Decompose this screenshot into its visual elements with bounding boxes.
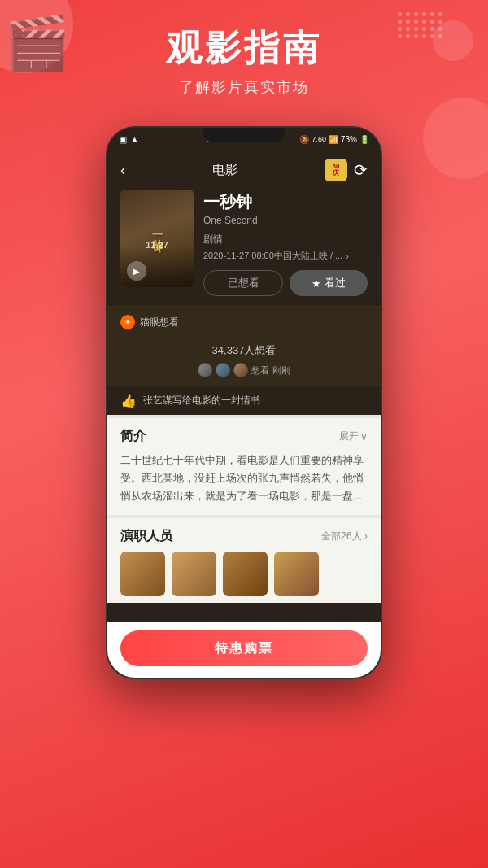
expand-button[interactable]: 展开 ∨ — [339, 430, 368, 443]
app-content: ‹ 电影 50 庆 ⟳ 一秒钟 11.27 — [107, 150, 381, 678]
bell-icon: 🔕 — [299, 135, 309, 144]
movie-title-cn: 一秒钟 — [203, 191, 368, 213]
arrow-icon: › — [346, 251, 349, 261]
status-sim-icon: ▣ — [119, 134, 127, 145]
expand-label: 展开 — [339, 430, 359, 443]
movie-title-en: One Second — [203, 215, 368, 226]
poster-title: 一秒钟 — [150, 228, 164, 235]
thumb-text: 张艺谋写给电影的一封情书 — [143, 394, 260, 408]
battery-icon: 🔋 — [359, 135, 369, 144]
cast-image-2 — [172, 552, 216, 596]
cast-thumbnails — [120, 552, 368, 596]
header-subtitle: 了解影片真实市场 — [0, 77, 488, 97]
maoyan-header: 👁 猫眼想看 — [120, 315, 368, 329]
description-section: 简介 展开 ∨ 二十世纪七十年代中期，看电影是人们重要的精神享受。西北某地，没赶… — [107, 415, 381, 515]
cast-thumb-3 — [223, 552, 268, 596]
movie-genre: 剧情 — [203, 233, 368, 246]
avatar-3 — [233, 363, 248, 377]
thumb-section: 👍 张艺谋写给电影的一封情书 — [107, 386, 381, 415]
movie-actions: 已想看 ★ 看过 — [203, 270, 368, 296]
cast-thumb-2 — [172, 552, 216, 596]
anniversary-badge: 50 庆 — [325, 159, 347, 181]
watched-button[interactable]: ★ 看过 — [290, 270, 368, 296]
cast-header: 演职人员 全部26人 › — [120, 528, 368, 545]
avatar-1 — [198, 363, 212, 377]
maoyan-eye-icon: 👁 — [124, 319, 131, 326]
header-area: 观影指南 了解影片真实市场 — [0, 24, 488, 97]
nav-actions: 50 庆 ⟳ — [325, 159, 368, 181]
maoyan-label: 猫眼想看 — [140, 316, 179, 329]
badge-sub: 庆 — [333, 170, 340, 177]
buy-ticket-button[interactable]: 特惠购票 — [120, 630, 368, 666]
cast-image-1 — [120, 552, 165, 596]
want-to-see-button[interactable]: 已想看 — [203, 270, 283, 296]
header-title: 观影指南 — [0, 24, 488, 72]
cast-image-3 — [223, 552, 268, 596]
bg-decoration-circle-right — [423, 98, 488, 179]
cast-title: 演职人员 — [120, 528, 172, 545]
movie-date-row: 2020-11-27 08:00中国大陆上映 / ... › — [203, 250, 368, 262]
cast-all-link[interactable]: 全部26人 › — [321, 530, 368, 543]
want-time: 刚刚 — [272, 364, 290, 377]
movie-date-text: 2020-11-27 08:00中国大陆上映 / ... — [203, 250, 342, 262]
buy-ticket-bar: 特惠购票 — [107, 622, 381, 678]
cast-image-4 — [274, 552, 319, 596]
cast-section: 演职人员 全部26人 › — [107, 515, 381, 603]
cast-thumb-4 — [274, 552, 319, 596]
status-left: ▣ ▲ — [119, 134, 139, 145]
want-label: 想看 — [251, 364, 269, 377]
want-avatars: 想看 刚刚 — [120, 363, 368, 377]
movie-details: 一秒钟 One Second 剧情 2020-11-27 08:00中国大陆上映… — [203, 190, 368, 296]
want-count: 34,337人想看 — [120, 334, 368, 360]
share-button[interactable]: ⟳ — [354, 160, 368, 180]
chevron-down-icon: ∨ — [360, 431, 368, 443]
play-button[interactable]: ▶ — [127, 261, 146, 281]
battery-level: 73% — [341, 135, 357, 144]
back-button[interactable]: ‹ — [120, 162, 125, 179]
desc-title: 简介 — [120, 428, 146, 445]
thumb-up-icon: 👍 — [120, 393, 137, 408]
status-right: 🔕 7.60 📶 73% 🔋 — [299, 135, 369, 144]
maoyan-section: 👁 猫眼想看 34,337人想看 想看 刚刚 — [107, 306, 381, 386]
avatar-2 — [216, 363, 230, 377]
movie-info: 一秒钟 11.27 ▶ 一秒钟 One Second 剧情 2020-11-27… — [107, 190, 381, 306]
phone-notch — [203, 128, 285, 142]
speed-indicator: 7.60 — [312, 135, 326, 143]
desc-header: 简介 展开 ∨ — [120, 428, 368, 445]
maoyan-logo: 👁 — [120, 315, 135, 329]
desc-text: 二十世纪七十年代中期，看电影是人们重要的精神享受。西北某地，没赶上场次的张九声悄… — [120, 451, 368, 505]
nav-title: 电影 — [212, 162, 238, 179]
movie-poster: 一秒钟 11.27 ▶ — [120, 190, 194, 287]
count-number: 34,337 — [212, 344, 245, 356]
count-unit: 人想看 — [244, 344, 276, 356]
star-icon: ★ — [312, 277, 321, 290]
status-indicator: ▲ — [130, 134, 139, 144]
wifi-icon: 📶 — [329, 135, 338, 144]
cast-thumb-1 — [120, 552, 165, 596]
watched-label: 看过 — [325, 276, 346, 290]
nav-bar: ‹ 电影 50 庆 ⟳ — [107, 150, 381, 190]
phone-mockup: ▣ ▲ 13:05 🔕 7.60 📶 73% 🔋 ‹ 电影 50 庆 — [106, 126, 382, 679]
